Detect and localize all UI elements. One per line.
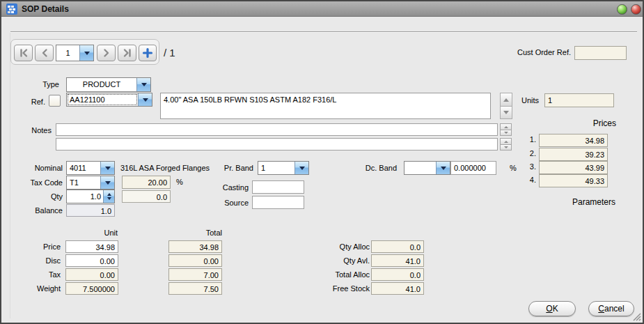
record-number-value: 1 [56, 45, 79, 61]
dc-band-dropdown-button[interactable] [436, 162, 450, 174]
next-record-button[interactable] [97, 45, 116, 61]
price-3-field[interactable]: 43.99 [539, 161, 608, 174]
qty-alloc-field: 0.0 [371, 240, 424, 253]
qty-value: 1.0 [67, 190, 103, 203]
units-label: Units [489, 96, 539, 105]
chevron-down-icon [105, 181, 111, 185]
minimize-orb-button[interactable] [617, 4, 627, 15]
weight-label: Weight [12, 284, 61, 293]
type-dropdown-button[interactable] [136, 78, 150, 91]
source-label: Source [205, 199, 249, 207]
next-record-icon [101, 47, 112, 59]
price-4-label: 4. [515, 176, 536, 184]
scroll-down-button[interactable] [501, 144, 511, 150]
price-1-field[interactable]: 34.98 [539, 134, 608, 147]
units-field[interactable]: 1 [544, 93, 614, 107]
free-stock-label: Free Stock [297, 284, 370, 293]
cancel-button[interactable]: Cancel [588, 301, 634, 316]
unit-price-field[interactable]: 34.98 [65, 240, 118, 253]
notes-scrollbar-1[interactable] [500, 123, 512, 136]
ref-combobox[interactable]: AA121100 [66, 93, 152, 107]
scroll-down-button[interactable] [501, 130, 511, 135]
resize-grip[interactable] [631, 311, 641, 321]
notes-field-line1[interactable] [56, 123, 498, 136]
arrow-up-icon [504, 126, 508, 128]
price-4-field[interactable]: 49.33 [539, 174, 608, 187]
window-title: SOP Details [22, 4, 69, 14]
arrow-down-icon [504, 132, 508, 134]
first-record-icon [18, 47, 29, 59]
record-number-combobox[interactable]: 1 [56, 45, 94, 61]
ref-checkbox[interactable] [49, 95, 61, 107]
price-2-field[interactable]: 39.23 [539, 148, 608, 161]
total-header: Total [180, 229, 222, 237]
notes-scrollbar-2[interactable] [500, 138, 512, 151]
dc-band-combobox[interactable] [404, 161, 450, 175]
tax-code-dropdown-button[interactable] [100, 176, 114, 189]
arrow-down-icon [107, 197, 111, 200]
qty-stepper[interactable]: 1.0 [66, 190, 115, 203]
last-record-icon [122, 47, 133, 59]
qty-spin-buttons[interactable] [103, 190, 114, 203]
casting-label: Casting [205, 183, 249, 192]
source-field[interactable] [252, 196, 304, 209]
arrow-down-icon [503, 111, 509, 114]
arrow-up-icon [107, 193, 111, 196]
titlebar[interactable]: SOP Details [1, 1, 643, 17]
total-weight-field: 7.50 [168, 282, 222, 295]
cancel-button-label: Cancel [598, 304, 624, 314]
ok-button[interactable]: OK [528, 301, 576, 316]
ref-dropdown-button[interactable] [138, 93, 152, 106]
total-tax-field: 7.00 [168, 268, 222, 281]
cust-order-ref-field[interactable] [574, 46, 627, 60]
type-combobox[interactable]: PRODUCT [66, 77, 151, 92]
scroll-up-button[interactable] [501, 124, 511, 130]
previous-record-icon [39, 47, 50, 59]
ref-description-field[interactable]: 4.00" ASA 150LB RFWN S10S ASTM A182 F316… [160, 93, 491, 119]
sop-details-window: SOP Details 1 / 1 Cust Order Ref. [0, 0, 644, 324]
ref-label: Ref. [17, 98, 45, 106]
nominal-dropdown-button[interactable] [100, 162, 114, 174]
dc-band-percent-sign: % [510, 164, 524, 172]
nominal-value: 4011 [67, 162, 100, 174]
plus-icon [142, 47, 153, 59]
dc-band-rate-field[interactable]: 0.000000 [450, 161, 496, 175]
scroll-up-button[interactable] [501, 139, 511, 144]
ok-button-label: OK [546, 304, 558, 314]
qty-avl-field: 41.0 [371, 254, 424, 267]
type-label: Type [17, 80, 59, 88]
unit-disc-field[interactable]: 0.00 [65, 254, 118, 267]
tax-label: Tax [12, 270, 61, 279]
record-number-dropdown-button[interactable] [79, 45, 93, 61]
dc-band-label: Dc. Band [348, 164, 397, 172]
tax-code-value: T1 [67, 176, 100, 189]
tax-code-combobox[interactable]: T1 [66, 176, 115, 190]
tax-percent-sign: % [176, 178, 190, 186]
previous-record-button[interactable] [35, 45, 54, 61]
tax-code-label: Tax Code [14, 178, 63, 187]
tax-rate-field: 20.00 [122, 176, 171, 189]
app-icon [6, 3, 17, 15]
scroll-down-button[interactable] [501, 106, 512, 118]
casting-field[interactable] [252, 180, 304, 194]
cust-order-ref-label: Cust Order Ref. [482, 48, 571, 56]
nominal-combobox[interactable]: 4011 [66, 161, 115, 175]
pr-band-dropdown-button[interactable] [294, 162, 308, 174]
chevron-down-icon [105, 167, 111, 170]
prices-header: Prices [534, 118, 616, 128]
nominal-label: Nominal [14, 164, 63, 172]
close-orb-button[interactable] [631, 4, 641, 15]
price-1-label: 1. [515, 135, 536, 144]
disc-label: Disc [12, 256, 61, 265]
last-record-button[interactable] [118, 45, 136, 61]
pr-band-combobox[interactable]: 1 [258, 161, 309, 175]
notes-field-line2[interactable] [56, 138, 498, 151]
arrow-up-icon [504, 141, 508, 143]
chevron-down-icon [84, 52, 90, 55]
add-record-button[interactable] [139, 45, 157, 61]
qty-avl-label: Qty Avl. [297, 256, 370, 265]
first-record-button[interactable] [14, 45, 33, 61]
qty-alloc-label: Qty Alloc [297, 242, 370, 251]
free-stock-field: 41.0 [371, 282, 424, 295]
pr-band-label: Pr. Band [210, 164, 253, 172]
